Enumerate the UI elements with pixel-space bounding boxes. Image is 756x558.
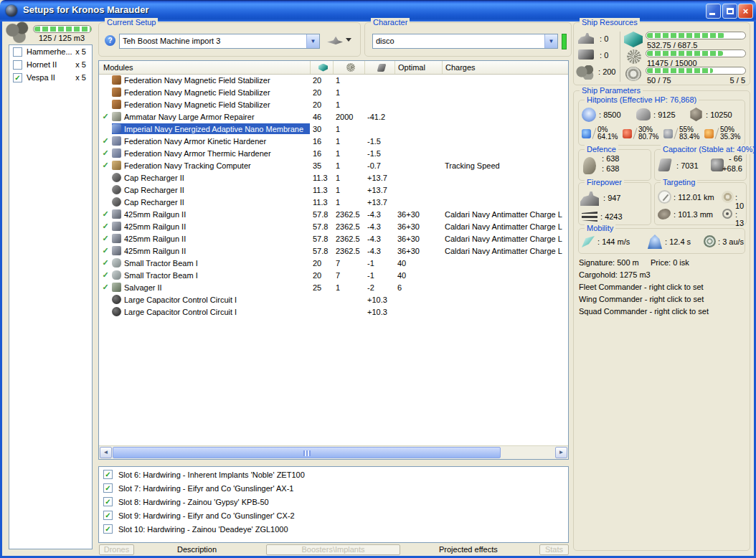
ship-menu-button[interactable] (327, 34, 351, 48)
module-row[interactable]: ✓Small Tractor Beam I207-140 (99, 269, 568, 281)
horizontal-scrollbar[interactable]: ◄ ► (99, 445, 568, 459)
module-powergrid: 1 (333, 88, 364, 97)
module-name-cell[interactable]: Ammatar Navy Large Armor Repairer (112, 111, 310, 122)
module-name-cell[interactable]: Small Tractor Beam I (112, 257, 310, 268)
drone-checkbox[interactable]: ✓ (13, 73, 22, 82)
module-name-cell[interactable]: Cap Recharger II (112, 172, 310, 183)
help-icon[interactable]: ? (105, 35, 115, 46)
mobility-group: Mobility 144 m/s 12.4 s 3 au/s (578, 228, 745, 254)
scroll-left-button[interactable]: ◄ (100, 447, 112, 458)
module-name-cell[interactable]: Federation Navy Magnetic Field Stabilize… (112, 87, 310, 98)
implant-list-item[interactable]: ✓Slot 7: Hardwiring - Eifyr and Co 'Guns… (99, 482, 568, 494)
module-row[interactable]: Cap Recharger II11.31+13.7 (99, 196, 568, 208)
implant-list-item[interactable]: ✓Slot 6: Hardwiring - Inherent Implants … (99, 468, 568, 481)
module-name-cell[interactable]: Cap Recharger II (112, 197, 310, 207)
implant-checkbox[interactable]: ✓ (103, 470, 113, 479)
charges-column-header[interactable]: Charges (442, 61, 568, 74)
character-dropdown-arrow[interactable]: ▼ (544, 34, 557, 48)
implant-checkbox[interactable]: ✓ (103, 524, 113, 534)
scrollbar-thumb[interactable] (113, 447, 501, 458)
tab-description[interactable]: Description (177, 545, 217, 554)
module-row[interactable]: ✓425mm Railgun II57.82362.5-4.336+30Cald… (99, 220, 568, 232)
module-row[interactable]: ✓425mm Railgun II57.82362.5-4.336+30Cald… (99, 245, 568, 257)
module-row[interactable]: Large Capacitor Control Circuit I+10.3 (99, 306, 568, 318)
tractor-icon (112, 258, 121, 268)
module-name-cell[interactable]: 425mm Railgun II (112, 209, 310, 219)
turret-hardpoints-icon (578, 33, 594, 44)
module-row[interactable]: ✓Federation Navy Tracking Computer351-0.… (99, 159, 568, 171)
drone-list-item[interactable]: Hammerhe...x 5 (9, 45, 92, 58)
module-row[interactable]: ✓Federation Navy Armor Kinetic Hardener1… (99, 135, 568, 147)
tab-drones[interactable]: Drones (99, 544, 134, 555)
module-name-cell[interactable]: Imperial Navy Energized Adaptive Nano Me… (112, 123, 310, 134)
module-name-cell[interactable]: Federation Navy Magnetic Field Stabilize… (112, 99, 310, 110)
module-powergrid: 1 (333, 161, 364, 170)
cpu-column-header[interactable] (310, 61, 333, 74)
module-row[interactable]: Large Capacitor Control Circuit I+10.3 (99, 293, 568, 306)
drone-checkbox[interactable] (13, 60, 22, 70)
module-row[interactable]: Federation Navy Magnetic Field Stabilize… (99, 74, 568, 86)
module-row[interactable]: ✓Salvager II251-26 (99, 281, 568, 293)
module-cap-use: +10.3 (364, 295, 394, 304)
implant-checkbox[interactable]: ✓ (103, 511, 113, 520)
tab-stats[interactable]: Stats (539, 544, 569, 555)
module-name-cell[interactable]: Salvager II (112, 282, 310, 293)
setup-dropdown-arrow[interactable]: ▼ (306, 34, 319, 48)
drone-checkbox[interactable] (13, 47, 22, 57)
explosive-resist-icon (704, 129, 714, 138)
tab-boosters-implants[interactable]: Boosters\Implants (266, 544, 400, 555)
setup-select[interactable]: Teh Boost Machine import 3 ▼ (119, 34, 320, 49)
module-row[interactable]: Cap Recharger II11.31+13.7 (99, 171, 568, 184)
module-row[interactable]: ✓Small Tractor Beam I207-140 (99, 257, 568, 269)
drone-list-item[interactable]: ✓Vespa IIx 5 (9, 71, 92, 84)
module-optimal: 36+30 (394, 210, 442, 219)
powergrid-column-header[interactable] (333, 61, 364, 74)
drone-quantity: x 5 (75, 60, 86, 69)
module-row[interactable]: Cap Recharger II11.31+13.7 (99, 184, 568, 196)
module-name-cell[interactable]: Small Tractor Beam I (112, 270, 310, 280)
module-row[interactable]: Federation Navy Magnetic Field Stabilize… (99, 86, 568, 98)
squad-commander-text[interactable]: Squad Commander - right click to set (579, 307, 709, 316)
implant-checkbox[interactable]: ✓ (103, 497, 113, 506)
wing-commander-text[interactable]: Wing Commander - right click to set (579, 295, 704, 303)
railgun-icon (112, 234, 121, 243)
implant-list-item[interactable]: ✓Slot 8: Hardwiring - Zainou 'Gypsy' KPB… (99, 496, 568, 508)
tab-projected-effects[interactable]: Projected effects (439, 545, 498, 554)
module-name-cell[interactable]: Federation Navy Tracking Computer (112, 160, 310, 171)
modules-table-header[interactable]: Modules Optimal Charges (99, 61, 568, 75)
module-row[interactable]: Federation Navy Magnetic Field Stabilize… (99, 98, 568, 110)
optimal-column-header[interactable]: Optimal (394, 61, 442, 74)
maximize-button[interactable] (722, 4, 737, 19)
module-row[interactable]: ✓Federation Navy Armor Thermic Hardener1… (99, 147, 568, 159)
module-row[interactable]: ✓425mm Railgun II57.82362.5-4.336+30Cald… (99, 208, 568, 220)
module-name-cell[interactable]: Cap Recharger II (112, 184, 310, 195)
module-name-cell[interactable]: Federation Navy Armor Thermic Hardener (112, 148, 310, 159)
module-name-cell[interactable]: Large Capacitor Control Circuit I (112, 294, 310, 305)
drone-list[interactable]: Hammerhe...x 5Hornet IIx 5✓Vespa IIx 5 (9, 44, 93, 549)
capacitor-column-header[interactable] (364, 61, 394, 74)
modules-column-header[interactable]: Modules (99, 61, 310, 74)
module-name-cell[interactable]: 425mm Railgun II (112, 245, 310, 256)
implant-list-item[interactable]: ✓Slot 9: Hardwiring - Eifyr and Co 'Guns… (99, 509, 568, 521)
module-name-cell[interactable]: Large Capacitor Control Circuit I (112, 306, 310, 317)
hitpoints-group: Hitpoints (Effective HP: 76,868) 8500 91… (578, 100, 745, 146)
scroll-right-button[interactable]: ► (555, 447, 567, 458)
module-name-cell[interactable]: 425mm Railgun II (112, 221, 310, 232)
module-active-check: ✓ (99, 148, 112, 158)
module-powergrid: 2362.5 (333, 235, 364, 243)
implant-checkbox[interactable]: ✓ (103, 483, 113, 493)
module-row[interactable]: ✓425mm Railgun II57.82362.5-4.336+30Cald… (99, 232, 568, 245)
module-name-cell[interactable]: Federation Navy Armor Kinetic Hardener (112, 136, 310, 146)
implant-list-item[interactable]: ✓Slot 10: Hardwiring - Zainou 'Deadeye' … (99, 523, 568, 535)
module-row[interactable]: Imperial Navy Energized Adaptive Nano Me… (99, 123, 568, 135)
drone-list-item[interactable]: Hornet IIx 5 (9, 58, 92, 71)
module-name-cell[interactable]: Federation Navy Magnetic Field Stabilize… (112, 75, 310, 85)
drone-capacity-value: 200 (598, 67, 615, 76)
module-name-cell[interactable]: 425mm Railgun II (112, 233, 310, 244)
tracking-icon (112, 161, 121, 170)
fleet-commander-text[interactable]: Fleet Commander - right click to set (579, 283, 704, 291)
close-button[interactable]: × (738, 4, 753, 19)
character-select[interactable]: disco ▼ (372, 34, 558, 49)
module-row[interactable]: ✓Ammatar Navy Large Armor Repairer462000… (99, 110, 568, 123)
minimize-button[interactable] (706, 4, 721, 19)
